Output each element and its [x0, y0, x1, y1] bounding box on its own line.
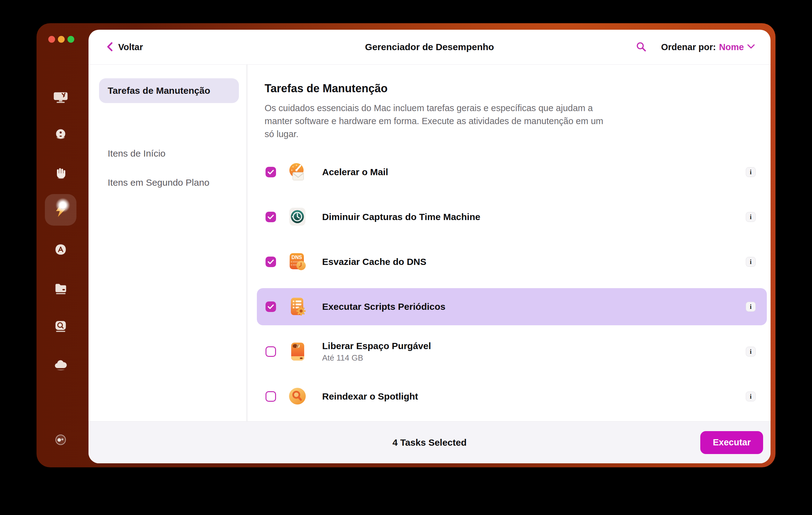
content-panel: Voltar Gerenciador de Desempenho Orde	[88, 30, 771, 463]
task-row-purgeable-space: Liberar Espaço Purgável Até 114 GB i	[257, 333, 767, 370]
info-button[interactable]: i	[746, 302, 756, 312]
nav-item-login-items[interactable]: Itens de Início	[99, 141, 239, 166]
cloud-icon	[53, 357, 69, 373]
monitor-cleanup-icon	[53, 89, 69, 105]
dns-clock-icon: DNS	[288, 252, 307, 272]
task-checkbox[interactable]	[265, 212, 276, 222]
info-button[interactable]: i	[746, 347, 756, 356]
info-button[interactable]: i	[746, 257, 756, 267]
nav-item-label: Tarefas de Manutenção	[108, 85, 210, 96]
run-button[interactable]: Executar	[700, 431, 763, 454]
close-window-button[interactable]	[48, 36, 55, 43]
svg-text:DNS: DNS	[291, 255, 302, 260]
task-checkbox[interactable]	[265, 346, 276, 357]
mail-speed-icon	[288, 162, 307, 182]
rail-item-assistant[interactable]	[53, 432, 69, 448]
description-line: só lugar.	[265, 127, 771, 141]
task-row-dns-cache: DNS Esvaziar Cache do DNS i	[257, 243, 767, 280]
section-nav: Tarefas de Manutenção Itens de Início It…	[88, 65, 247, 421]
task-row-periodic-scripts: Executar Scripts Periódicos i	[257, 288, 767, 325]
nav-item-background-items[interactable]: Itens em Segundo Plano	[99, 170, 239, 195]
task-label: Acelerar o Mail	[322, 167, 388, 177]
zoom-window-button[interactable]	[67, 36, 74, 43]
rail-item-cleanup[interactable]	[53, 89, 69, 105]
rail-item-cloud[interactable]	[53, 357, 69, 373]
info-icon: i	[750, 169, 752, 175]
header: Voltar Gerenciador de Desempenho Orde	[88, 30, 771, 65]
task-row-speed-up-mail: Acelerar o Mail i	[257, 153, 767, 191]
task-label: Liberar Espaço Purgável	[322, 341, 431, 351]
rail-item-smart-scan[interactable]	[53, 127, 69, 143]
header-actions: Ordenar por: Nome	[636, 41, 771, 53]
time-machine-icon	[288, 207, 307, 227]
selected-count-status: 4 Tasks Selected	[393, 437, 467, 448]
hand-protection-icon	[53, 166, 69, 182]
section-description: Os cuidados essenciais do Mac incluem ta…	[265, 102, 771, 141]
task-checkbox[interactable]	[265, 302, 276, 312]
rail-item-space-lens[interactable]	[53, 318, 69, 334]
minimize-window-button[interactable]	[58, 36, 65, 43]
rail-item-my-clutter[interactable]	[53, 280, 69, 296]
task-row-reindex-spotlight: Reindexar o Spotlight i	[257, 378, 767, 415]
chevron-left-icon	[106, 42, 113, 53]
chevron-down-icon	[747, 44, 755, 50]
description-line: manter software e hardware em forma. Exe…	[265, 115, 771, 127]
info-icon: i	[750, 259, 752, 265]
search-icon	[636, 41, 647, 53]
main-content: Tarefas de Manutenção Os cuidados essenc…	[247, 65, 771, 421]
rail-item-applications[interactable]	[53, 242, 69, 258]
rail-item-performance[interactable]	[53, 202, 69, 218]
description-line: Os cuidados essenciais do Mac incluem ta…	[265, 102, 771, 115]
nav-item-maintenance-tasks[interactable]: Tarefas de Manutenção	[99, 78, 239, 103]
disk-search-icon	[53, 318, 69, 334]
window-controls	[48, 36, 74, 43]
nav-item-label: Itens em Segundo Plano	[108, 177, 209, 188]
sort-label: Ordenar por:	[661, 42, 716, 52]
spotlight-icon	[288, 387, 307, 406]
nav-item-label: Itens de Início	[108, 148, 166, 159]
info-icon: i	[750, 214, 752, 220]
scripts-gear-icon	[288, 297, 307, 317]
footer: 4 Tasks Selected Executar	[88, 421, 771, 463]
task-list: Acelerar o Mail i	[257, 153, 767, 415]
info-button[interactable]: i	[746, 167, 756, 177]
info-icon: i	[750, 393, 752, 400]
task-label: Reindexar o Spotlight	[322, 391, 418, 402]
info-icon: i	[750, 348, 752, 355]
sort-dropdown[interactable]: Ordenar por: Nome	[661, 42, 755, 52]
sort-value: Nome	[719, 42, 744, 52]
rail-item-protection[interactable]	[53, 166, 69, 182]
info-icon: i	[750, 304, 752, 310]
section-heading: Tarefas de Manutenção	[265, 82, 771, 95]
search-button[interactable]	[636, 41, 647, 53]
assistant-orb-icon	[53, 432, 69, 448]
task-label: Executar Scripts Periódicos	[322, 302, 445, 312]
purgeable-drive-icon	[288, 342, 307, 362]
task-sublabel: Até 114 GB	[322, 353, 431, 363]
notification-dot	[56, 198, 70, 212]
task-label: Esvaziar Cache do DNS	[322, 257, 427, 267]
screen: Voltar Gerenciador de Desempenho Orde	[0, 0, 812, 515]
orb-icon	[53, 127, 69, 143]
task-checkbox[interactable]	[265, 167, 276, 177]
task-label: Diminuir Capturas do Time Machine	[322, 212, 480, 222]
task-checkbox[interactable]	[265, 257, 276, 267]
task-checkbox[interactable]	[265, 391, 276, 402]
app-store-icon	[53, 242, 69, 258]
app-window: Voltar Gerenciador de Desempenho Orde	[36, 23, 776, 467]
folder-icon	[53, 280, 69, 296]
page-title: Gerenciador de Desempenho	[365, 42, 494, 52]
info-button[interactable]: i	[746, 212, 756, 222]
back-button[interactable]: Voltar	[106, 42, 143, 53]
back-label: Voltar	[118, 42, 143, 52]
task-row-time-machine: Diminuir Capturas do Time Machine i	[257, 198, 767, 235]
info-button[interactable]: i	[746, 392, 756, 401]
